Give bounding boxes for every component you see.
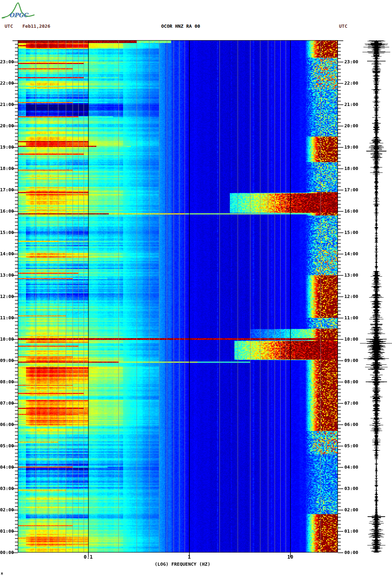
hour-label-right: 23:00	[344, 59, 358, 64]
hour-label-left: 17:00	[0, 187, 13, 192]
hour-label-left: 20:00	[0, 123, 13, 128]
hour-label-right: 11:00	[344, 315, 358, 320]
hour-label-right: 14:00	[344, 251, 358, 256]
hour-label-right: 08:00	[344, 379, 358, 384]
hour-label-left: 19:00	[0, 145, 13, 149]
hour-label-left: 13:00	[0, 273, 13, 277]
x-axis-title: (LOG) FREQUENCY (HZ)	[155, 561, 211, 567]
spectrogram-page: OPGC UTC Feb11,2026 OCOR HNZ RA 00 UTC 0…	[0, 0, 392, 581]
hour-label-right: 06:00	[344, 422, 358, 427]
hour-label-right: 19:00	[344, 145, 358, 149]
hour-label-right: 16:00	[344, 209, 358, 213]
hour-label-left: 16:00	[0, 209, 13, 213]
freq-tick-label: 1	[188, 554, 191, 560]
hour-label-right: 15:00	[344, 230, 358, 235]
hour-label-left: 11:00	[0, 315, 13, 320]
hour-label-left: 23:00	[0, 59, 13, 64]
spectrogram-heatmap-canvas	[18, 40, 338, 553]
hour-label-left: 18:00	[0, 166, 13, 171]
hour-label-right: 18:00	[344, 166, 358, 171]
hour-label-left: 10:00	[0, 337, 13, 341]
freq-tick-label: 10	[287, 554, 293, 560]
hour-label-left: 06:00	[0, 422, 13, 427]
hour-label-left: 04:00	[0, 465, 13, 469]
hour-label-right: 03:00	[344, 486, 358, 491]
hour-label-left: 00:00	[0, 550, 13, 555]
hour-label-left: 07:00	[0, 401, 13, 405]
hour-label-left: 15:00	[0, 230, 13, 235]
hour-label-right: 20:00	[344, 123, 358, 128]
hour-label-right: 17:00	[344, 187, 358, 192]
hour-label-right: 12:00	[344, 294, 358, 299]
hour-label-left: 08:00	[0, 379, 13, 384]
hour-label-right: 22:00	[344, 81, 358, 85]
hour-label-left: 22:00	[0, 81, 13, 85]
hour-label-right: 02:00	[344, 507, 358, 512]
hour-label-left: 09:00	[0, 358, 13, 363]
hour-label-right: 01:00	[344, 529, 358, 533]
hour-label-left: 02:00	[0, 507, 13, 512]
seismogram-trace-canvas	[356, 40, 392, 553]
hour-label-right: 10:00	[344, 337, 358, 341]
hour-label-right: 21:00	[344, 102, 358, 107]
hour-label-right: 13:00	[344, 273, 358, 277]
hour-label-left: 05:00	[0, 443, 13, 448]
hour-label-right: 05:00	[344, 443, 358, 448]
freq-tick-label: 0.1	[84, 554, 92, 560]
hour-label-right: 00:00	[344, 550, 358, 555]
hour-label-right: 07:00	[344, 401, 358, 405]
hour-label-right: 09:00	[344, 358, 358, 363]
corner-mark: M	[1, 572, 3, 576]
hour-label-left: 12:00	[0, 294, 13, 299]
hour-label-left: 03:00	[0, 486, 13, 491]
hour-label-left: 14:00	[0, 251, 13, 256]
hour-label-left: 01:00	[0, 529, 13, 533]
hour-label-left: 21:00	[0, 102, 13, 107]
hour-label-right: 04:00	[344, 465, 358, 469]
